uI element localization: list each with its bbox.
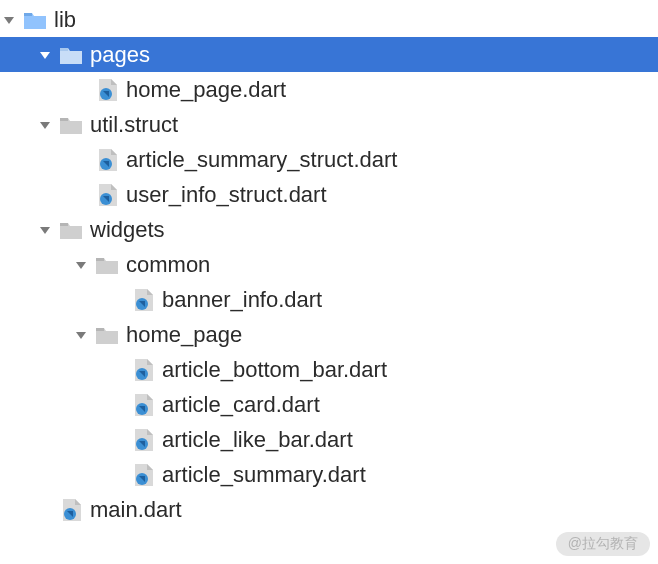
folder-icon bbox=[60, 114, 82, 136]
chevron-down-icon[interactable] bbox=[72, 259, 90, 271]
tree-label: util.struct bbox=[90, 107, 658, 142]
tree-label: user_info_struct.dart bbox=[126, 177, 658, 212]
dart-file-icon bbox=[132, 464, 154, 486]
folder-icon bbox=[24, 9, 46, 31]
tree-row-lib[interactable]: lib bbox=[0, 2, 658, 37]
tree-label: article_bottom_bar.dart bbox=[162, 352, 658, 387]
chevron-down-icon[interactable] bbox=[0, 14, 18, 26]
chevron-down-icon[interactable] bbox=[36, 119, 54, 131]
dart-file-icon bbox=[96, 79, 118, 101]
tree-label: lib bbox=[54, 2, 658, 37]
tree-row-file[interactable]: article_card.dart bbox=[0, 387, 658, 422]
folder-icon bbox=[96, 324, 118, 346]
dart-file-icon bbox=[60, 499, 82, 521]
tree-row-file[interactable]: article_bottom_bar.dart bbox=[0, 352, 658, 387]
dart-file-icon bbox=[132, 429, 154, 451]
tree-label: main.dart bbox=[90, 492, 658, 527]
chevron-down-icon[interactable] bbox=[36, 49, 54, 61]
svg-rect-3 bbox=[60, 118, 68, 121]
project-tree: lib pages home_page.dart util.struct bbox=[0, 0, 658, 527]
tree-row-file[interactable]: article_summary.dart bbox=[0, 457, 658, 492]
tree-label: article_like_bar.dart bbox=[162, 422, 658, 457]
svg-rect-0 bbox=[24, 13, 32, 16]
folder-icon bbox=[96, 254, 118, 276]
svg-rect-9 bbox=[96, 328, 104, 331]
svg-rect-1 bbox=[60, 48, 68, 51]
tree-row-file[interactable]: main.dart bbox=[0, 492, 658, 527]
tree-label: article_summary_struct.dart bbox=[126, 142, 658, 177]
tree-row-util-struct[interactable]: util.struct bbox=[0, 107, 658, 142]
dart-file-icon bbox=[96, 184, 118, 206]
tree-label: common bbox=[126, 247, 658, 282]
tree-row-home-page-folder[interactable]: home_page bbox=[0, 317, 658, 352]
tree-label: home_page bbox=[126, 317, 658, 352]
tree-label: pages bbox=[90, 37, 658, 72]
watermark-badge: @拉勾教育 bbox=[556, 532, 650, 556]
tree-label: home_page.dart bbox=[126, 72, 658, 107]
tree-row-file[interactable]: home_page.dart bbox=[0, 72, 658, 107]
chevron-down-icon[interactable] bbox=[36, 224, 54, 236]
tree-row-file[interactable]: article_like_bar.dart bbox=[0, 422, 658, 457]
svg-rect-7 bbox=[96, 258, 104, 261]
tree-label: article_summary.dart bbox=[162, 457, 658, 492]
tree-row-file[interactable]: article_summary_struct.dart bbox=[0, 142, 658, 177]
tree-row-file[interactable]: user_info_struct.dart bbox=[0, 177, 658, 212]
tree-label: banner_info.dart bbox=[162, 282, 658, 317]
dart-file-icon bbox=[132, 394, 154, 416]
tree-row-widgets[interactable]: widgets bbox=[0, 212, 658, 247]
folder-icon bbox=[60, 44, 82, 66]
tree-label: widgets bbox=[90, 212, 658, 247]
tree-label: article_card.dart bbox=[162, 387, 658, 422]
folder-icon bbox=[60, 219, 82, 241]
svg-rect-6 bbox=[60, 223, 68, 226]
tree-row-common[interactable]: common bbox=[0, 247, 658, 282]
dart-file-icon bbox=[132, 289, 154, 311]
dart-file-icon bbox=[132, 359, 154, 381]
tree-row-pages[interactable]: pages bbox=[0, 37, 658, 72]
chevron-down-icon[interactable] bbox=[72, 329, 90, 341]
dart-file-icon bbox=[96, 149, 118, 171]
tree-row-file[interactable]: banner_info.dart bbox=[0, 282, 658, 317]
